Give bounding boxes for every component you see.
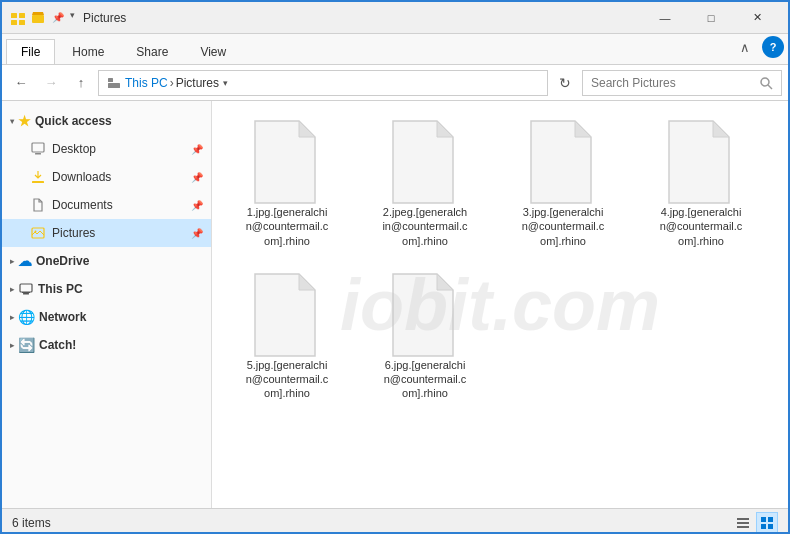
file-item[interactable]: 1.jpg.[generalchin@countermail.com].rhin… bbox=[222, 111, 352, 256]
ribbon-collapse-button[interactable]: ∧ bbox=[732, 34, 758, 60]
file-name: 2.jpeg.[generalchin@countermail.com].rhi… bbox=[382, 205, 467, 248]
window-title: Pictures bbox=[83, 11, 642, 25]
tab-file[interactable]: File bbox=[6, 39, 55, 64]
search-input[interactable] bbox=[591, 76, 759, 90]
svg-rect-22 bbox=[761, 524, 766, 529]
svg-rect-20 bbox=[761, 517, 766, 522]
window-controls: — □ ✕ bbox=[642, 2, 780, 34]
status-bar: 6 items bbox=[2, 508, 788, 534]
pictures-icon bbox=[30, 225, 46, 241]
window-icon bbox=[10, 10, 26, 26]
pin-icon-pictures: 📌 bbox=[191, 228, 203, 239]
file-area: iobit.com 1.jpg.[generalchin@countermail… bbox=[212, 101, 788, 508]
chevron-down-icon: ▾ bbox=[10, 117, 14, 126]
svg-rect-6 bbox=[108, 83, 120, 88]
network-icon: 🌐 bbox=[18, 309, 35, 325]
svg-rect-11 bbox=[32, 181, 44, 183]
sidebar-item-onedrive[interactable]: ▸ ☁ OneDrive bbox=[2, 247, 211, 275]
search-icon bbox=[759, 76, 773, 90]
this-pc-label: This PC bbox=[38, 282, 83, 296]
ribbon: File Home Share View ∧ ? bbox=[2, 34, 788, 65]
list-view-button[interactable] bbox=[732, 512, 754, 534]
file-icon bbox=[527, 119, 599, 205]
file-name: 1.jpg.[generalchin@countermail.com].rhin… bbox=[246, 205, 329, 248]
quick-access-label: Quick access bbox=[35, 114, 112, 128]
maximize-button[interactable]: □ bbox=[688, 2, 734, 34]
close-button[interactable]: ✕ bbox=[734, 2, 780, 34]
sidebar-item-quick-access[interactable]: ▾ ★ Quick access bbox=[2, 107, 211, 135]
address-bar: ← → ↑ This PC › Pictures ▾ ↻ bbox=[2, 65, 788, 101]
pictures-label: Pictures bbox=[52, 226, 95, 240]
sidebar: ▾ ★ Quick access Desktop 📌 Downloads 📌 D… bbox=[2, 101, 212, 508]
main-layout: ▾ ★ Quick access Desktop 📌 Downloads 📌 D… bbox=[2, 101, 788, 508]
file-icon bbox=[665, 119, 737, 205]
svg-rect-10 bbox=[35, 153, 41, 155]
file-item[interactable]: 3.jpg.[generalchin@countermail.com].rhin… bbox=[498, 111, 628, 256]
downloads-label: Downloads bbox=[52, 170, 111, 184]
file-item[interactable]: 4.jpg.[generalchin@countermail.com].rhin… bbox=[636, 111, 766, 256]
desktop-icon bbox=[30, 141, 46, 157]
file-icon bbox=[251, 272, 323, 358]
documents-label: Documents bbox=[52, 198, 113, 212]
svg-rect-5 bbox=[108, 78, 113, 82]
forward-button[interactable]: → bbox=[38, 70, 64, 96]
network-label: Network bbox=[39, 310, 86, 324]
svg-rect-0 bbox=[11, 13, 17, 18]
refresh-button[interactable]: ↻ bbox=[552, 70, 578, 96]
svg-rect-19 bbox=[737, 526, 749, 528]
item-count: 6 items bbox=[12, 516, 51, 530]
file-name: 5.jpg.[generalchin@countermail.com].rhin… bbox=[246, 358, 329, 401]
documents-icon bbox=[30, 197, 46, 213]
sidebar-item-network[interactable]: ▸ 🌐 Network bbox=[2, 303, 211, 331]
file-item[interactable]: 5.jpg.[generalchin@countermail.com].rhin… bbox=[222, 264, 352, 409]
search-box[interactable] bbox=[582, 70, 782, 96]
svg-line-8 bbox=[768, 85, 772, 89]
chevron-right-icon-4: ▸ bbox=[10, 341, 14, 350]
svg-rect-17 bbox=[737, 518, 749, 520]
pin-icon-documents: 📌 bbox=[191, 200, 203, 211]
svg-rect-3 bbox=[19, 20, 25, 25]
breadcrumb-pictures[interactable]: Pictures bbox=[176, 76, 219, 90]
sidebar-item-downloads[interactable]: Downloads 📌 bbox=[2, 163, 211, 191]
sidebar-item-documents[interactable]: Documents 📌 bbox=[2, 191, 211, 219]
tab-home[interactable]: Home bbox=[57, 39, 119, 64]
minimize-button[interactable]: — bbox=[642, 2, 688, 34]
chevron-right-icon-2: ▸ bbox=[10, 285, 14, 294]
title-bar-icons: 📌 ▾ bbox=[10, 10, 75, 26]
breadcrumb-dropdown[interactable]: ▾ bbox=[223, 78, 228, 88]
desktop-label: Desktop bbox=[52, 142, 96, 156]
tab-share[interactable]: Share bbox=[121, 39, 183, 64]
pin-icon: 📌 bbox=[50, 10, 66, 26]
title-dropdown: ▾ bbox=[70, 10, 75, 26]
file-name: 6.jpg.[generalchin@countermail.com].rhin… bbox=[384, 358, 467, 401]
tab-view[interactable]: View bbox=[185, 39, 241, 64]
view-buttons bbox=[732, 512, 778, 534]
breadcrumb-this-pc[interactable]: This PC bbox=[125, 76, 168, 90]
quick-access-icon bbox=[30, 10, 46, 26]
up-button[interactable]: ↑ bbox=[68, 70, 94, 96]
chevron-right-icon: ▸ bbox=[10, 257, 14, 266]
back-button[interactable]: ← bbox=[8, 70, 34, 96]
svg-rect-15 bbox=[23, 293, 29, 295]
sidebar-item-desktop[interactable]: Desktop 📌 bbox=[2, 135, 211, 163]
catch-icon: 🔄 bbox=[18, 337, 35, 353]
address-path[interactable]: This PC › Pictures ▾ bbox=[98, 70, 548, 96]
breadcrumb-separator: › bbox=[170, 76, 174, 90]
help-button[interactable]: ? bbox=[762, 36, 784, 58]
svg-point-7 bbox=[761, 78, 769, 86]
grid-view-button[interactable] bbox=[756, 512, 778, 534]
file-icon bbox=[389, 119, 461, 205]
file-icon bbox=[251, 119, 323, 205]
sidebar-item-catch[interactable]: ▸ 🔄 Catch! bbox=[2, 331, 211, 359]
pin-icon-downloads: 📌 bbox=[191, 172, 203, 183]
file-item[interactable]: 6.jpg.[generalchin@countermail.com].rhin… bbox=[360, 264, 490, 409]
svg-rect-18 bbox=[737, 522, 749, 524]
title-bar: 📌 ▾ Pictures — □ ✕ bbox=[2, 2, 788, 34]
sidebar-item-this-pc[interactable]: ▸ This PC bbox=[2, 275, 211, 303]
file-icon bbox=[389, 272, 461, 358]
svg-rect-14 bbox=[20, 284, 32, 292]
ribbon-tabs: File Home Share View ∧ ? bbox=[2, 34, 788, 64]
onedrive-label: OneDrive bbox=[36, 254, 89, 268]
file-item[interactable]: 2.jpeg.[generalchin@countermail.com].rhi… bbox=[360, 111, 490, 256]
sidebar-item-pictures[interactable]: Pictures 📌 bbox=[2, 219, 211, 247]
